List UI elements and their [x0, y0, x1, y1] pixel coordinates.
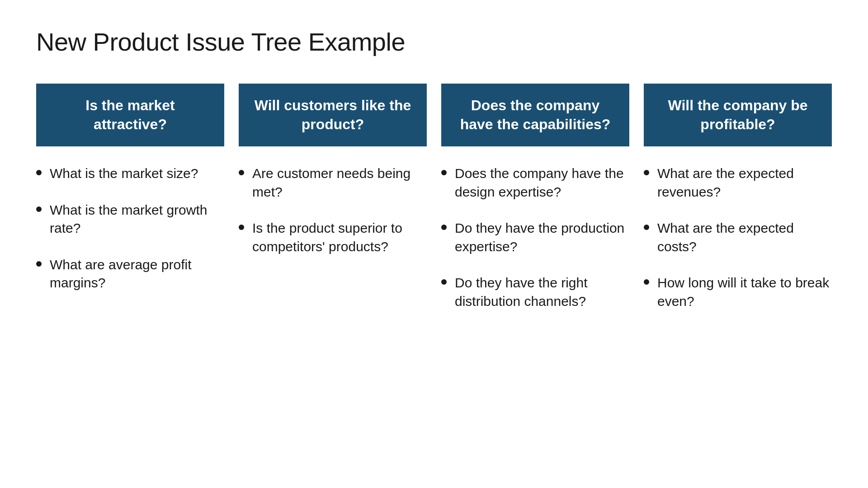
list-item: Do they have the production expertise? [441, 219, 629, 256]
column-body-capabilities: Does the company have the design experti… [441, 164, 629, 310]
bullet-dot-icon [441, 170, 447, 175]
list-item: How long will it take to break even? [644, 274, 832, 310]
column-header-customers: Will customers like the product? [239, 84, 427, 146]
column-body-profitable: What are the expected revenues?What are … [644, 164, 832, 310]
list-item: What are average profit margins? [36, 256, 224, 292]
column-capabilities: Does the company have the capabilities?D… [441, 84, 629, 461]
page-title: New Product Issue Tree Example [36, 27, 832, 56]
bullet-dot-icon [644, 170, 649, 175]
list-item: What are the expected costs? [644, 219, 832, 256]
bullet-text: What are the expected costs? [657, 219, 832, 256]
list-item: Do they have the right distribution chan… [441, 274, 629, 310]
column-header-market: Is the market attractive? [36, 84, 224, 146]
bullet-text: Do they have the right distribution chan… [455, 274, 629, 310]
column-header-profitable: Will the company be profitable? [644, 84, 832, 146]
list-item: Does the company have the design experti… [441, 164, 629, 201]
bullet-dot-icon [36, 261, 42, 267]
bullet-text: What is the market size? [50, 164, 224, 183]
bullet-dot-icon [441, 225, 447, 230]
list-item: What is the market growth rate? [36, 201, 224, 238]
page-container: New Product Issue Tree Example Is the ma… [0, 0, 868, 488]
bullet-dot-icon [36, 206, 42, 212]
column-body-market: What is the market size?What is the mark… [36, 164, 224, 292]
column-market: Is the market attractive?What is the mar… [36, 84, 224, 461]
bullet-dot-icon [644, 279, 649, 285]
list-item: Is the product superior to competitors' … [239, 219, 427, 256]
bullet-text: Do they have the production expertise? [455, 219, 629, 256]
bullet-text: What are the expected revenues? [657, 164, 832, 201]
column-body-customers: Are customer needs being met?Is the prod… [239, 164, 427, 256]
column-header-capabilities: Does the company have the capabilities? [441, 84, 629, 146]
bullet-text: Are customer needs being met? [252, 164, 427, 201]
bullet-text: Is the product superior to competitors' … [252, 219, 427, 256]
list-item: What are the expected revenues? [644, 164, 832, 201]
column-profitable: Will the company be profitable?What are … [644, 84, 832, 461]
bullet-dot-icon [239, 225, 244, 230]
bullet-dot-icon [239, 170, 244, 175]
bullet-text: What are average profit margins? [50, 256, 224, 292]
bullet-dot-icon [644, 225, 649, 230]
bullet-text: What is the market growth rate? [50, 201, 224, 238]
bullet-text: How long will it take to break even? [657, 274, 832, 310]
bullet-dot-icon [441, 279, 447, 285]
bullet-text: Does the company have the design experti… [455, 164, 629, 201]
column-customers: Will customers like the product?Are cust… [239, 84, 427, 461]
list-item: Are customer needs being met? [239, 164, 427, 201]
columns-container: Is the market attractive?What is the mar… [36, 84, 832, 461]
list-item: What is the market size? [36, 164, 224, 183]
bullet-dot-icon [36, 170, 42, 175]
